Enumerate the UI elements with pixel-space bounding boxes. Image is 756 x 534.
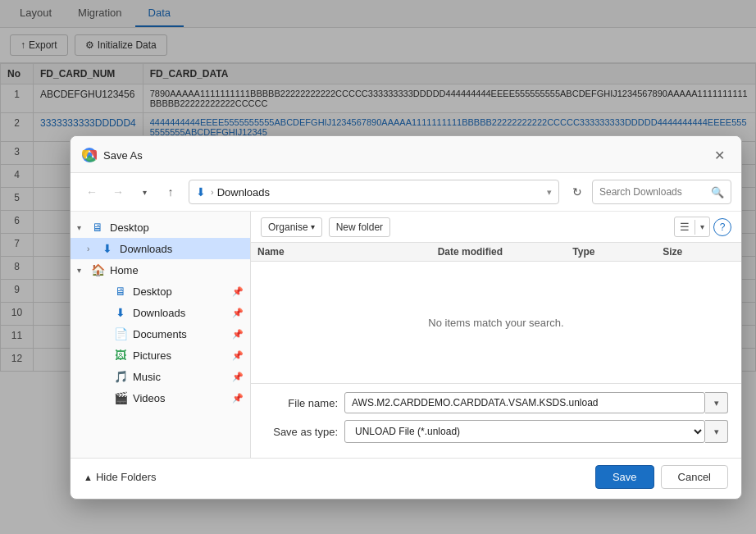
desktop-icon: 🖥 bbox=[90, 220, 105, 235]
tree-label-home-pictures: Pictures bbox=[133, 349, 229, 362]
pin-icon-documents: 📌 bbox=[232, 329, 244, 340]
address-bar: ⬇ › Downloads ▾ bbox=[189, 180, 559, 204]
tree-item-home-documents[interactable]: 📄 Documents 📌 bbox=[71, 323, 250, 345]
tree-label-desktop-root: Desktop bbox=[110, 221, 244, 234]
nav-forward-button[interactable]: → bbox=[107, 180, 130, 203]
nav-up-button[interactable]: ↑ bbox=[159, 180, 182, 203]
address-dropdown-button[interactable]: ▾ bbox=[547, 187, 552, 198]
home-videos-icon: 🎬 bbox=[113, 390, 128, 405]
tree-label-home-videos: Videos bbox=[133, 392, 229, 404]
refresh-button[interactable]: ↻ bbox=[566, 180, 589, 203]
home-downloads-icon: ⬇ bbox=[113, 305, 128, 320]
tree-label-home-downloads: Downloads bbox=[133, 307, 229, 319]
right-toolbar: Organise ▾ New folder ☰ ▾ ? bbox=[251, 212, 741, 243]
col-header-name: Name bbox=[257, 246, 438, 258]
view-list-button[interactable]: ☰ bbox=[675, 217, 695, 236]
organise-dropdown-icon: ▾ bbox=[311, 222, 315, 231]
organise-button[interactable]: Organise ▾ bbox=[261, 217, 322, 237]
save-as-type-label: Save as type: bbox=[264, 426, 338, 438]
tree-label-home-desktop: Desktop bbox=[133, 285, 229, 298]
file-name-label: File name: bbox=[264, 397, 338, 409]
search-box: 🔍 bbox=[592, 180, 731, 204]
new-folder-button[interactable]: New folder bbox=[329, 217, 390, 237]
dialog-body: ▾ 🖥 Desktop › ⬇ Downloads ▾ 🏠 Home 🖥 Des… bbox=[71, 212, 741, 458]
save-as-type-dropdown-button[interactable]: ▾ bbox=[705, 420, 728, 443]
search-input[interactable] bbox=[599, 186, 711, 198]
tree-chevron-desktop: ▾ bbox=[77, 223, 90, 232]
empty-message: No items match your search. bbox=[428, 317, 563, 329]
home-desktop-icon: 🖥 bbox=[113, 284, 128, 299]
file-name-row: File name: ▾ bbox=[264, 392, 728, 413]
organise-label: Organise bbox=[268, 221, 308, 233]
tree-item-home-downloads[interactable]: ⬇ Downloads 📌 bbox=[71, 302, 250, 323]
file-list-empty: No items match your search. bbox=[251, 262, 741, 383]
file-list-header: Name Date modified Type Size bbox=[251, 243, 741, 262]
right-panel: Organise ▾ New folder ☰ ▾ ? Name bbox=[251, 212, 741, 458]
tree-chevron-downloads: › bbox=[87, 244, 100, 253]
save-as-type-row: Save as type: UNLOAD File (*.unload) ▾ bbox=[264, 420, 728, 443]
address-location: Downloads bbox=[217, 186, 544, 199]
file-name-input-wrap: ▾ bbox=[344, 392, 728, 413]
tree-item-home[interactable]: ▾ 🏠 Home bbox=[71, 259, 250, 281]
tree-item-home-videos[interactable]: 🎬 Videos 📌 bbox=[71, 387, 250, 408]
col-header-size: Size bbox=[663, 246, 735, 258]
save-as-type-wrap: UNLOAD File (*.unload) ▾ bbox=[344, 420, 728, 443]
dialog-bottom: File name: ▾ Save as type: UNLOAD File (… bbox=[251, 383, 741, 458]
help-button[interactable]: ? bbox=[713, 218, 731, 236]
save-button[interactable]: Save bbox=[595, 465, 654, 489]
pin-icon-pictures: 📌 bbox=[232, 350, 244, 361]
file-name-dropdown-button[interactable]: ▾ bbox=[705, 392, 728, 413]
downloads-icon: ⬇ bbox=[100, 241, 115, 256]
hide-folders-label: Hide Folders bbox=[96, 471, 157, 483]
tree-label-home: Home bbox=[110, 264, 244, 276]
save-as-dialog: Save As ✕ ← → ▾ ↑ ⬇ › Downloads ▾ ↻ 🔍 ▾ … bbox=[70, 135, 742, 500]
file-name-input[interactable] bbox=[344, 392, 705, 413]
tree-label-downloads: Downloads bbox=[120, 243, 244, 255]
cancel-button[interactable]: Cancel bbox=[661, 465, 728, 489]
left-panel: ▾ 🖥 Desktop › ⬇ Downloads ▾ 🏠 Home 🖥 Des… bbox=[71, 212, 251, 458]
pin-icon-music: 📌 bbox=[232, 372, 244, 382]
tree-item-desktop-root[interactable]: ▾ 🖥 Desktop bbox=[71, 217, 250, 238]
tree-item-home-pictures[interactable]: 🖼 Pictures 📌 bbox=[71, 345, 250, 366]
home-documents-icon: 📄 bbox=[113, 326, 128, 341]
nav-back-button[interactable]: ← bbox=[80, 180, 103, 203]
tree-label-home-music: Music bbox=[133, 371, 229, 383]
tree-chevron-home: ▾ bbox=[77, 266, 90, 275]
chrome-icon bbox=[82, 148, 97, 162]
nav-dropdown-button[interactable]: ▾ bbox=[133, 180, 156, 203]
dialog-close-button[interactable]: ✕ bbox=[708, 144, 730, 166]
pin-icon-desktop: 📌 bbox=[232, 286, 244, 297]
tree-label-home-documents: Documents bbox=[133, 328, 229, 340]
home-icon: 🏠 bbox=[90, 262, 105, 277]
tree-item-home-music[interactable]: 🎵 Music 📌 bbox=[71, 366, 250, 387]
dialog-title: Save As bbox=[103, 149, 708, 162]
pin-icon-downloads: 📌 bbox=[232, 308, 244, 318]
save-as-type-select[interactable]: UNLOAD File (*.unload) bbox=[344, 420, 705, 443]
hide-folders-button[interactable]: ▲ Hide Folders bbox=[84, 471, 157, 483]
view-dropdown: ☰ ▾ bbox=[674, 217, 710, 237]
col-header-type: Type bbox=[572, 246, 663, 258]
dialog-titlebar: Save As ✕ bbox=[71, 136, 741, 173]
address-separator: › bbox=[211, 187, 214, 197]
view-dropdown-chevron[interactable]: ▾ bbox=[695, 219, 709, 235]
tree-item-home-desktop[interactable]: 🖥 Desktop 📌 bbox=[71, 281, 250, 302]
hide-folders-chevron: ▲ bbox=[84, 472, 93, 482]
home-music-icon: 🎵 bbox=[113, 369, 128, 384]
search-icon: 🔍 bbox=[711, 186, 724, 199]
col-header-date: Date modified bbox=[438, 246, 573, 258]
dialog-footer: ▲ Hide Folders Save Cancel bbox=[71, 458, 741, 499]
downloads-nav-icon: ⬇ bbox=[196, 185, 206, 199]
dialog-nav: ← → ▾ ↑ ⬇ › Downloads ▾ ↻ 🔍 bbox=[71, 173, 741, 212]
pin-icon-videos: 📌 bbox=[232, 393, 244, 404]
new-folder-label: New folder bbox=[336, 221, 383, 233]
tree-item-downloads[interactable]: › ⬇ Downloads bbox=[71, 238, 250, 259]
home-pictures-icon: 🖼 bbox=[113, 348, 128, 363]
